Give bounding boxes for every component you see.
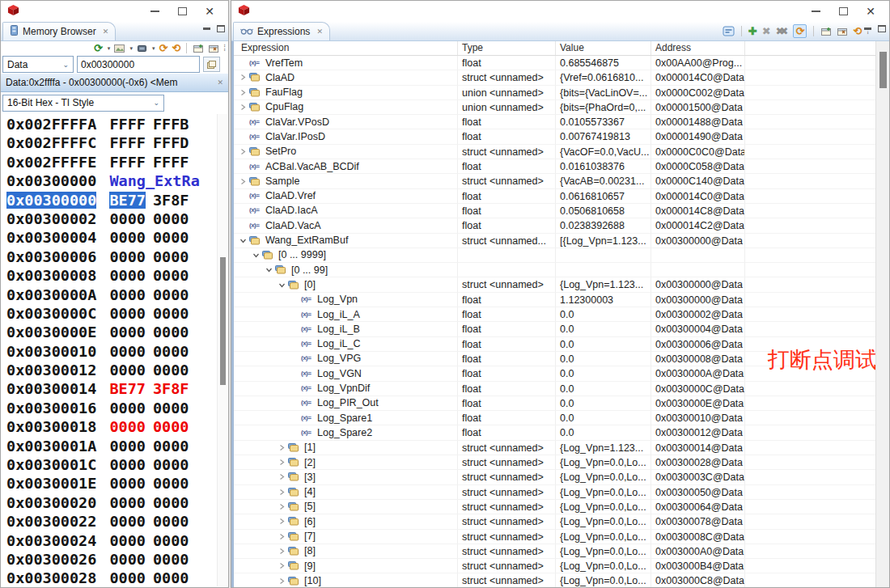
expression-row[interactable]: (x)=Log_Vpnfloat1.123000030x00300000@Dat… xyxy=(234,293,889,307)
memory-row[interactable]: 0x002FFFFCFFFFFFFD xyxy=(6,133,217,152)
column-header-expression[interactable]: Expression xyxy=(234,41,458,55)
expand-arrow-icon[interactable] xyxy=(239,89,247,96)
expand-arrow-icon[interactable] xyxy=(239,104,247,111)
dropdown-arrow-icon[interactable]: ▾ xyxy=(129,45,133,52)
dropdown-arrow-icon[interactable]: ▾ xyxy=(152,45,155,52)
expression-row[interactable]: [10]struct <unnamed>{Log_Vpn=0.0,Lo...0x… xyxy=(234,573,889,587)
expression-row[interactable]: (x)=ACBal.VacAB_BCDiffloat0.01610383760x… xyxy=(234,159,889,174)
column-header-address[interactable]: Address xyxy=(651,41,745,55)
expand-arrow-icon[interactable] xyxy=(278,489,286,496)
window-close-button[interactable]: ✕ xyxy=(196,1,223,22)
memory-row[interactable]: 0x0030000400000000 xyxy=(6,228,217,247)
expression-row[interactable]: (x)=Log_iL_Afloat0.00x00300002@Data xyxy=(234,307,889,322)
expression-row[interactable]: Samplestruct <unnamed>{VacAB=0.00231...0… xyxy=(234,174,889,188)
memory-row[interactable]: 0x0030002600000000 xyxy=(6,550,217,569)
go-button[interactable] xyxy=(203,57,220,72)
memory-rendering-tab[interactable]: Data:0x2ffffa - 0x00300000(-0x6) <Mem xyxy=(6,77,214,88)
pin-view-button[interactable] xyxy=(837,27,848,36)
memory-row[interactable]: 0x00300000Wang_ExtRa xyxy=(6,171,217,190)
expression-row[interactable]: (x)=Log_PIR_Outfloat0.00x0030000E@Data xyxy=(234,396,889,411)
tab-expressions[interactable]: Expressions ✕ xyxy=(233,22,330,40)
reload-button[interactable]: ⟲ xyxy=(172,42,180,54)
expand-arrow-icon[interactable] xyxy=(239,74,247,81)
expression-row[interactable]: (x)=ClaAD.VacAfloat0.02383926880x000014C… xyxy=(234,218,889,233)
collapse-arrow-icon[interactable] xyxy=(278,281,286,289)
memory-row[interactable]: 0x0030000C00000000 xyxy=(6,304,217,323)
memory-row[interactable]: 0x0030001600000000 xyxy=(6,399,217,417)
expression-row[interactable]: [0 ... 99] xyxy=(234,263,889,277)
format-select[interactable]: 16-Bit Hex - TI Style ⌄ xyxy=(2,95,164,112)
memory-row[interactable]: 0x0030001A00000000 xyxy=(6,437,217,455)
expression-row[interactable]: [9]struct <unnamed>{Log_Vpn=0.0,Lo...0x0… xyxy=(234,559,889,573)
reload-button[interactable]: ⟲ xyxy=(853,25,862,37)
expression-row[interactable]: ClaADstruct <unnamed>{Vref=0.0616810...0… xyxy=(234,70,889,85)
minimize-view-button[interactable] xyxy=(203,27,210,30)
memory-row[interactable]: 0x0030001E00000000 xyxy=(6,474,217,493)
memory-row[interactable]: 0x0030000E00000000 xyxy=(6,323,217,341)
expression-row[interactable]: (x)=Log_iL_Bfloat0.00x00300004@Data xyxy=(234,322,889,336)
window-minimize-button[interactable] xyxy=(802,1,829,22)
expression-row[interactable]: (x)=ClaAD.IacAfloat0.05068106580x000014C… xyxy=(234,204,889,218)
load-memory-button[interactable] xyxy=(137,44,147,53)
expression-row[interactable]: [6]struct <unnamed>{Log_Vpn=0.0,Lo...0x0… xyxy=(234,514,889,529)
expression-row[interactable]: Wang_ExtRamBufstruct <unnamed...[{Log_Vp… xyxy=(234,234,889,248)
titlebar[interactable]: ✕ xyxy=(1,1,228,22)
refresh-toggle-button[interactable]: ⟳ xyxy=(793,24,807,38)
collapse-arrow-icon[interactable] xyxy=(252,252,260,259)
memory-row[interactable]: 0x0030002000000000 xyxy=(6,493,217,512)
close-tab-icon[interactable]: ✕ xyxy=(316,27,323,36)
column-header-type[interactable]: Type xyxy=(458,41,556,55)
memory-scrollbar[interactable] xyxy=(217,114,227,586)
maximize-view-button[interactable] xyxy=(217,25,225,32)
expand-arrow-icon[interactable] xyxy=(239,148,247,155)
memory-row[interactable]: 0x0030001200000000 xyxy=(6,361,217,379)
remove-all-expressions-button[interactable]: ✖✖ xyxy=(776,25,789,37)
scrollbar-thumb[interactable] xyxy=(220,257,226,385)
maximize-view-button[interactable] xyxy=(878,25,886,32)
add-expression-button[interactable]: ✚ xyxy=(748,25,757,37)
expression-row[interactable]: [7]struct <unnamed>{Log_Vpn=0.0,Lo...0x0… xyxy=(234,530,889,544)
close-tab-icon[interactable]: ✕ xyxy=(103,27,109,36)
expand-arrow-icon[interactable] xyxy=(278,518,286,525)
window-maximize-button[interactable] xyxy=(168,1,196,22)
memory-dump[interactable]: 0x002FFFFAFFFFFFFB0x002FFFFCFFFFFFFD0x00… xyxy=(1,114,217,587)
expression-row[interactable]: (x)=Log_Spare2float0.00x00300012@Data xyxy=(234,425,889,440)
memory-space-select[interactable]: Data ⌄ xyxy=(2,56,74,73)
expression-row[interactable]: (x)=ClaAD.Vreffloat0.06168106570x000014C… xyxy=(234,189,889,204)
memory-row[interactable]: 0x0030000A00000000 xyxy=(6,286,217,304)
expression-row[interactable]: [0]struct <unnamed>{Log_Vpn=1.123...0x00… xyxy=(234,277,889,292)
expand-arrow-icon[interactable] xyxy=(278,533,286,540)
expression-row[interactable]: (x)=VrefTemfloat0.6855468750x00AA00@Prog… xyxy=(234,56,889,70)
tab-memory-browser[interactable]: Memory Browser ✕ xyxy=(2,22,116,40)
expand-arrow-icon[interactable] xyxy=(278,444,286,451)
new-view-button[interactable] xyxy=(820,27,832,36)
pin-view-button[interactable] xyxy=(208,44,219,53)
remove-expression-button[interactable]: ✖ xyxy=(762,25,771,37)
minimize-view-button[interactable] xyxy=(864,27,871,30)
column-header-value[interactable]: Value xyxy=(556,41,651,55)
dropdown-arrow-icon[interactable]: ▾ xyxy=(108,45,111,52)
expression-row[interactable]: [2]struct <unnamed>{Log_Vpn=0.0,Lo...0x0… xyxy=(234,455,889,470)
auto-refresh-button[interactable]: ⟳ xyxy=(94,42,103,54)
memory-row[interactable]: 0x0030000600000000 xyxy=(6,247,217,266)
expression-row[interactable]: (x)=Log_Spare1float0.00x00300010@Data xyxy=(234,411,889,425)
memory-address-input[interactable] xyxy=(77,56,200,73)
memory-row[interactable]: 0x0030002400000000 xyxy=(6,531,217,550)
refresh-button[interactable]: ⟳ xyxy=(159,42,167,54)
expression-row[interactable]: (x)=ClaVar.VPosDfloat0.01055733670x00001… xyxy=(234,115,889,129)
expand-arrow-icon[interactable] xyxy=(239,178,247,185)
expand-arrow-icon[interactable] xyxy=(278,459,286,466)
memory-row[interactable]: 0x0030002200000000 xyxy=(6,512,217,531)
table-header[interactable]: Expression Type Value Address xyxy=(234,41,889,56)
memory-row[interactable]: 0x0030002800000000 xyxy=(6,569,217,587)
memory-row[interactable]: 0x0030001C00000000 xyxy=(6,455,217,474)
expression-row[interactable]: [3]struct <unnamed>{Log_Vpn=0.0,Lo...0x0… xyxy=(234,470,889,484)
memory-row[interactable]: 0x0030001800000000 xyxy=(6,417,217,436)
expression-row[interactable]: [5]struct <unnamed>{Log_Vpn=0.0,Lo...0x0… xyxy=(234,500,889,514)
window-maximize-button[interactable] xyxy=(829,1,857,22)
expression-row[interactable]: [8]struct <unnamed>{Log_Vpn=0.0,Lo...0x0… xyxy=(234,544,889,559)
expressions-scrollbar[interactable] xyxy=(875,41,889,587)
collapse-arrow-icon[interactable] xyxy=(265,266,273,273)
expression-row[interactable]: [4]struct <unnamed>{Log_Vpn=0.0,Lo...0x0… xyxy=(234,485,889,500)
close-rendering-icon[interactable]: ✕ xyxy=(217,78,223,87)
